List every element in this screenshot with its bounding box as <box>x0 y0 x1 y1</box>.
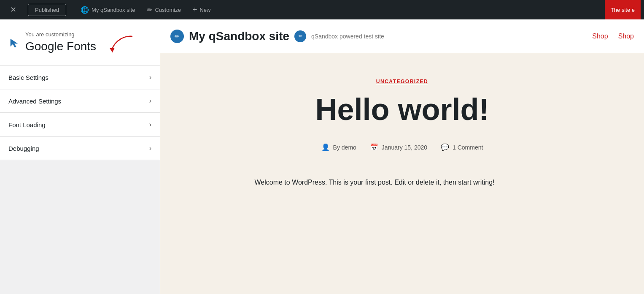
customize-link[interactable]: ✏ Customize <box>141 0 186 19</box>
site-notice-banner: The site e <box>605 0 641 19</box>
admin-bar-left: ✕ Published <box>3 0 66 19</box>
close-button[interactable]: ✕ <box>3 0 23 19</box>
site-name-link[interactable]: 🌐 My qSandbox site <box>75 0 141 19</box>
comment-icon: 💬 <box>441 143 449 151</box>
post-category: UNCATEGORIZED <box>194 79 610 84</box>
main-layout: You are customizing Google Fonts Basic S… <box>0 19 644 294</box>
preview-area: ✏ My qSandbox site ✏ qSandbox powered te… <box>160 19 644 294</box>
calendar-icon: 📅 <box>370 143 378 151</box>
sidebar-item-font-loading[interactable]: Font Loading › <box>0 113 160 136</box>
globe-icon: 🌐 <box>81 6 89 14</box>
post-content: Welcome to WordPress. This is your first… <box>255 177 550 188</box>
sidebar-item-basic-settings[interactable]: Basic Settings › <box>0 66 160 89</box>
site-title: My qSandbox site <box>189 30 289 43</box>
chevron-right-icon: › <box>149 144 151 152</box>
chevron-right-icon: › <box>149 97 151 105</box>
admin-bar-center: 🌐 My qSandbox site ✏ Customize + New <box>75 0 216 19</box>
sidebar-header: You are customizing Google Fonts <box>0 19 160 66</box>
cursor-icon <box>7 35 22 50</box>
preview-content: UNCATEGORIZED Hello world! 👤 By demo 📅 J… <box>160 53 644 294</box>
nav-shop-link[interactable]: Shop <box>592 33 608 40</box>
published-button[interactable]: Published <box>28 4 66 16</box>
new-menu[interactable]: + New <box>187 0 217 19</box>
chevron-right-icon: › <box>149 121 151 128</box>
arrow-indicator <box>105 32 139 59</box>
person-icon: 👤 <box>321 143 330 151</box>
svg-marker-0 <box>110 48 114 52</box>
sidebar-menu: Basic Settings › Advanced Settings › Fon… <box>0 66 160 294</box>
sidebar-item-advanced-settings[interactable]: Advanced Settings › <box>0 90 160 113</box>
site-title-edit-button[interactable]: ✏ <box>294 30 306 42</box>
plus-icon: + <box>193 5 197 14</box>
post-author: 👤 By demo <box>321 143 356 151</box>
admin-bar: ✕ Published 🌐 My qSandbox site ✏ Customi… <box>0 0 644 19</box>
post-date: 📅 January 15, 2020 <box>370 143 427 151</box>
post-comments: 💬 1 Comment <box>441 143 483 151</box>
site-tagline: qSandbox powered test site <box>311 33 384 40</box>
site-logo-edit-button[interactable]: ✏ <box>170 30 184 43</box>
site-navigation: Shop Shop <box>592 33 634 40</box>
site-header: ✏ My qSandbox site ✏ qSandbox powered te… <box>160 19 644 53</box>
pencil-icon: ✏ <box>147 6 152 14</box>
sidebar-item-debugging[interactable]: Debugging › <box>0 137 160 160</box>
basic-settings-label: Basic Settings <box>8 74 49 81</box>
advanced-settings-label: Advanced Settings <box>8 98 61 105</box>
pencil-icon: ✏ <box>299 33 302 39</box>
debugging-label: Debugging <box>8 145 39 152</box>
nav-shop-link-2[interactable]: Shop <box>618 33 634 40</box>
font-loading-label: Font Loading <box>8 121 46 128</box>
post-meta: 👤 By demo 📅 January 15, 2020 💬 1 Comment <box>194 143 610 151</box>
post-title: Hello world! <box>194 93 610 126</box>
pencil-icon: ✏ <box>175 33 180 40</box>
site-header-left: ✏ My qSandbox site ✏ qSandbox powered te… <box>170 30 384 43</box>
sidebar: You are customizing Google Fonts Basic S… <box>0 19 160 294</box>
chevron-right-icon: › <box>149 74 151 81</box>
